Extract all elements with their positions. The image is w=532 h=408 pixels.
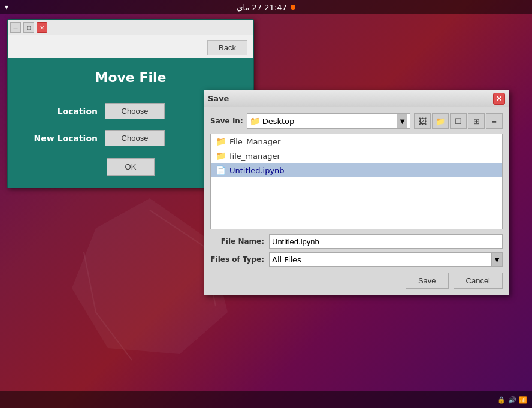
lock-icon: 🔒 [497, 396, 506, 404]
save-toolbar: Save In: 📁 Desktop ▼ 🖼 📁 ☐ ⊞ ≡ [210, 113, 503, 129]
back-section: Back [8, 35, 253, 58]
dialog-action-buttons: Save Cancel [210, 273, 503, 289]
save-in-value: Desktop [262, 117, 397, 126]
files-of-type-label: Files of Type: [210, 255, 264, 264]
toolbar-grid-btn[interactable]: ⊞ [468, 113, 485, 129]
cancel-button[interactable]: Cancel [454, 273, 503, 289]
file-item-file-manager-lower[interactable]: 📁 file_manager [211, 149, 502, 163]
save-in-label: Save In: [210, 117, 243, 125]
files-of-type-row: Files of Type: All Files ▼ [210, 252, 503, 267]
location-label: Location [20, 107, 98, 116]
taskbar-time: 21:47 27 ماي [237, 3, 286, 12]
move-file-title: Move File [20, 70, 241, 85]
toolbar-image-btn[interactable]: 🖼 [414, 113, 431, 129]
taskbar-top: ▾ 21:47 27 ماي [0, 0, 532, 14]
toolbar-folder-btn[interactable]: 📁 [432, 113, 449, 129]
save-dialog-title: Save [208, 94, 229, 103]
save-form-fields: File Name: Files of Type: All Files ▼ [210, 234, 503, 267]
save-in-combo[interactable]: 📁 Desktop ▼ [247, 113, 410, 129]
files-of-type-value: All Files [270, 255, 491, 264]
network-icon: 📶 [519, 396, 527, 404]
maximize-button[interactable]: □ [23, 22, 34, 33]
back-button[interactable]: Back [207, 40, 247, 55]
volume-icon: 🔊 [508, 396, 516, 404]
file-icon-untitled: 📄 [216, 165, 226, 175]
files-of-type-combo[interactable]: All Files ▼ [269, 252, 503, 267]
system-tray: 🔒 🔊 📶 [497, 396, 527, 404]
new-location-choose-button[interactable]: Choose [105, 130, 165, 146]
file-name-row: File Name: [210, 234, 503, 249]
location-choose-button[interactable]: Choose [105, 103, 165, 119]
close-button[interactable]: ✕ [37, 22, 47, 33]
save-in-dropdown-arrow[interactable]: ▼ [397, 114, 407, 128]
save-dialog: Save ✕ Save In: 📁 Desktop ▼ 🖼 📁 ☐ ⊞ ≡ 📁 [204, 90, 509, 295]
save-button[interactable]: Save [406, 273, 449, 289]
file-item-file-manager[interactable]: 📁 File_Manager [211, 134, 502, 149]
toolbar-new-folder-btn[interactable]: ☐ [450, 113, 467, 129]
ok-button[interactable]: OK [107, 158, 155, 176]
files-of-type-arrow[interactable]: ▼ [491, 253, 502, 266]
save-toolbar-buttons: 🖼 📁 ☐ ⊞ ≡ [414, 113, 503, 129]
toolbar-list-btn[interactable]: ≡ [486, 113, 503, 129]
file-name-label: File Name: [210, 237, 264, 246]
save-in-folder-icon: 📁 [250, 116, 260, 126]
file-item-name: file_manager [229, 152, 280, 161]
minimize-button[interactable]: ─ [10, 22, 21, 33]
file-name-input[interactable] [269, 234, 503, 249]
taskbar-bottom: 🔒 🔊 📶 [0, 391, 532, 408]
taskbar-dot [291, 5, 295, 10]
file-item-name: File_Manager [229, 137, 280, 146]
folder-icon-file-manager: 📁 [216, 137, 226, 146]
save-dialog-body: Save In: 📁 Desktop ▼ 🖼 📁 ☐ ⊞ ≡ 📁 File_Ma… [204, 107, 509, 295]
file-item-untitled-ipynb[interactable]: 📄 Untitled.ipynb [211, 163, 502, 177]
save-dialog-close-button[interactable]: ✕ [493, 93, 505, 105]
new-location-label: New Location [20, 134, 98, 143]
file-item-name: Untitled.ipynb [229, 166, 285, 175]
window-controls: ─ □ ✕ [10, 22, 47, 33]
save-dialog-titlebar: Save ✕ [204, 90, 509, 107]
taskbar-arrow[interactable]: ▾ [5, 3, 8, 11]
move-file-titlebar: ─ □ ✕ [8, 20, 253, 35]
folder-icon-file-manager-lower: 📁 [216, 151, 226, 161]
file-list[interactable]: 📁 File_Manager 📁 file_manager 📄 Untitled… [210, 134, 503, 229]
